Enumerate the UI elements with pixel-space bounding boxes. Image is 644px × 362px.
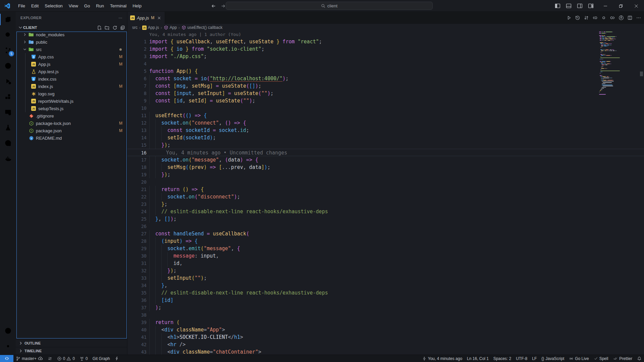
code-line-27[interactable]: 27const handleSend = useCallback( [127, 230, 644, 237]
ports-status[interactable]: 0 [77, 355, 90, 362]
code-line-12[interactable]: 12socket.on("connect", () => { [127, 119, 644, 127]
go-live-status[interactable]: Go Live [567, 355, 591, 362]
eol-status[interactable]: LF [530, 355, 539, 362]
code-line-40[interactable]: 40<div className="App"> [127, 326, 644, 333]
command-center-search[interactable]: client [226, 2, 433, 10]
code-line-28[interactable]: 28(input) => { [127, 237, 644, 245]
menu-help[interactable]: Help [129, 2, 145, 10]
tab-appjs[interactable]: JS App.js M [127, 12, 165, 24]
new-folder-icon[interactable] [105, 25, 110, 30]
code-line-30[interactable]: 30message: input, [127, 252, 644, 260]
tree-item-app-js[interactable]: JSApp.jsM [16, 60, 126, 68]
customize-layout-icon[interactable] [588, 3, 594, 9]
chevron-right-icon[interactable] [22, 40, 29, 44]
minimap[interactable] [599, 31, 637, 95]
commit-graph-icon[interactable] [619, 15, 624, 20]
code-line-38[interactable]: 38 [127, 311, 644, 319]
run-file-icon[interactable] [566, 15, 572, 20]
tree-item-reportwebvitals-js[interactable]: JSreportWebVitals.js [16, 97, 126, 105]
code-line-2[interactable]: 2import { io } from "socket.io-client"; [127, 45, 644, 53]
gitlens-compare-status[interactable] [45, 355, 55, 362]
tree-item-app-css[interactable]: 3App.cssM [16, 53, 126, 60]
tree-item-app-test-js[interactable]: App.test.js [16, 68, 126, 75]
docker-icon[interactable] [0, 151, 16, 166]
tree-item-src[interactable]: src [16, 46, 126, 53]
compare-changes-icon[interactable] [584, 15, 589, 20]
git-branch-status[interactable]: master+ [13, 355, 45, 362]
code-line-22[interactable]: 22socket.on("disconnect"); [127, 193, 644, 200]
code-line-36[interactable]: 36[id] [127, 297, 644, 304]
new-file-icon[interactable] [97, 25, 102, 30]
source-control-icon[interactable]: 5 [0, 43, 16, 58]
code-line-31[interactable]: 31id, [127, 260, 644, 267]
code-line-9[interactable]: 9const [id, setId] = useState(""); [127, 97, 644, 104]
menu-view[interactable]: View [66, 2, 81, 10]
tree-item-setuptests-js[interactable]: JSsetupTests.js [16, 105, 126, 112]
tab-close-icon[interactable] [157, 16, 161, 20]
code-editor[interactable]: You, 4 minutes ago | 1 author (You)1impo… [127, 31, 644, 355]
split-editor-icon[interactable] [627, 15, 633, 20]
code-line-17[interactable]: 17socket.on("message", (data) => { [127, 156, 644, 164]
code-line-24[interactable]: 24// eslint-disable-next-line react-hook… [127, 208, 644, 215]
code-line-34[interactable]: 34}, [127, 282, 644, 289]
breadcrumb-item[interactable]: useEffect() callback [181, 25, 223, 30]
chevron-right-icon[interactable] [22, 32, 29, 37]
menu-file[interactable]: File [15, 2, 28, 10]
encoding-status[interactable]: UTF-8 [514, 355, 530, 362]
remote-indicator-button[interactable] [0, 355, 13, 362]
next-change-icon[interactable] [610, 15, 615, 20]
code-line-3[interactable]: 3import "./App.css"; [127, 53, 644, 60]
menu-edit[interactable]: Edit [28, 2, 42, 10]
code-line-26[interactable]: 26 [127, 223, 644, 230]
tree-item--gitignore[interactable]: .gitignore [16, 112, 126, 120]
tree-item-public[interactable]: public [16, 38, 126, 46]
back-arrow-icon[interactable] [211, 3, 216, 9]
code-line-23[interactable]: 23}; [127, 200, 644, 208]
code-line-13[interactable]: 13const socketId = socket.id; [127, 127, 644, 134]
menu-selection[interactable]: Selection [42, 2, 65, 10]
run-debug-icon[interactable] [0, 74, 16, 89]
language-mode-status[interactable]: {} JavaScript [539, 355, 567, 362]
tree-item-node-modules[interactable]: node_modules [16, 31, 126, 38]
extensions-icon[interactable] [0, 89, 16, 104]
restore-button[interactable] [613, 0, 629, 12]
tree-item-readme-md[interactable]: README.md [16, 134, 126, 142]
code-line-21[interactable]: 21return () => { [127, 186, 644, 193]
code-line-35[interactable]: 35// eslint-disable-next-line react-hook… [127, 289, 644, 297]
code-line-4[interactable]: 4 [127, 60, 644, 67]
code-line-19[interactable]: 19}); [127, 171, 644, 178]
thunder-client-status[interactable] [112, 355, 121, 362]
notifications-status[interactable] [635, 355, 644, 362]
code-line-37[interactable]: 37); [127, 304, 644, 311]
tree-item-index-css[interactable]: 3index.css [16, 75, 126, 83]
workspace-section-client[interactable]: CLIENT [16, 24, 127, 31]
chevron-down-icon[interactable] [22, 47, 29, 52]
tree-item-package-lock-json[interactable]: package-lock.jsonM [16, 120, 126, 127]
accounts-icon[interactable] [0, 323, 16, 338]
code-line-29[interactable]: 29socket.emit("message", { [127, 245, 644, 252]
menu-run[interactable]: Run [93, 2, 107, 10]
code-line-5[interactable]: 5function App() { [127, 67, 644, 75]
git-history-icon[interactable] [0, 58, 16, 74]
explorer-more-icon[interactable]: ⋯ [119, 16, 122, 20]
code-line-18[interactable]: 18setMsg((prev) => [...prev, data]); [127, 164, 644, 171]
menu-go[interactable]: Go [81, 2, 93, 10]
collapse-folders-icon[interactable] [120, 25, 125, 30]
minimize-button[interactable] [598, 0, 613, 12]
tree-item-logo-svg[interactable]: logo.svg [16, 90, 126, 97]
code-line-32[interactable]: 32}); [127, 267, 644, 274]
code-line-11[interactable]: 11useEffect(() => { [127, 112, 644, 119]
code-line-43[interactable]: 43<div className="chatContainer"> [127, 348, 644, 355]
cursor-position-status[interactable]: Ln 16, Col 1 [465, 355, 491, 362]
code-line-15[interactable]: 15}); [127, 141, 644, 149]
search-icon[interactable] [0, 27, 16, 43]
code-line-10[interactable]: 10 [127, 104, 644, 112]
code-line-42[interactable]: 42<hr /> [127, 341, 644, 348]
problems-status[interactable]: 0 0 [55, 355, 77, 362]
code-line-8[interactable]: 8const [input, setInput] = useState(""); [127, 90, 644, 97]
gitlens-icon[interactable] [0, 135, 16, 151]
tree-item-package-json[interactable]: package.jsonM [16, 127, 126, 134]
settings-gear-icon[interactable] [0, 338, 16, 354]
file-history-icon[interactable] [575, 15, 580, 20]
code-line-25[interactable]: 25}, []); [127, 215, 644, 223]
